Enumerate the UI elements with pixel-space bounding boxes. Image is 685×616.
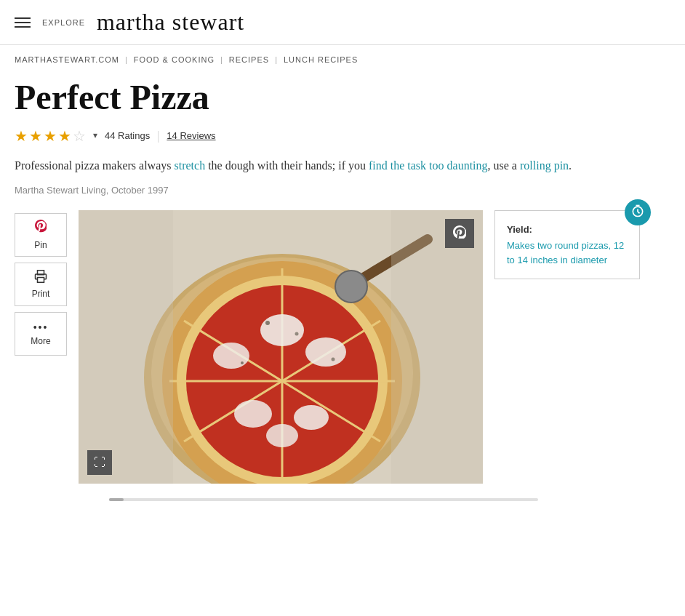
svg-point-19 — [295, 332, 299, 336]
more-dots-icon: ••• — [33, 321, 49, 333]
expand-icon: ⛶ — [94, 456, 105, 469]
scroll-track[interactable] — [109, 498, 538, 501]
site-title: martha stewart — [97, 9, 244, 36]
print-icon — [34, 270, 47, 286]
star-1: ★ — [15, 127, 28, 145]
article-source: Martha Stewart Living, October 1997 — [15, 185, 670, 196]
timer-badge — [625, 199, 651, 225]
article-main: Perfect Pizza ★ ★ ★ ★ ☆ ▾ 44 Ratings | 1… — [0, 71, 685, 516]
star-2: ★ — [29, 127, 42, 145]
breadcrumb: MARTHASTEWART.COM | FOOD & COOKING | REC… — [0, 45, 685, 71]
print-button[interactable]: Print — [15, 263, 67, 306]
desc-link-rolling[interactable]: rolling pin — [520, 159, 569, 172]
timer-icon — [630, 204, 645, 221]
image-pinterest-icon — [453, 225, 466, 242]
svg-point-16 — [294, 405, 329, 430]
rating-divider: | — [157, 129, 159, 143]
rating-row: ★ ★ ★ ★ ☆ ▾ 44 Ratings | 14 Reviews — [15, 127, 670, 145]
star-rating: ★ ★ ★ ★ ☆ — [15, 127, 86, 145]
image-pinterest-button[interactable] — [445, 219, 474, 248]
svg-point-18 — [265, 321, 270, 325]
more-label: More — [31, 336, 50, 346]
svg-point-20 — [241, 361, 244, 364]
reviews-link[interactable]: 14 Reviews — [167, 130, 215, 141]
breadcrumb-food[interactable]: FOOD & COOKING — [134, 55, 215, 64]
image-expand-button[interactable]: ⛶ — [87, 450, 112, 475]
svg-point-23 — [335, 271, 367, 303]
breadcrumb-sep-1: | — [125, 55, 128, 64]
star-3: ★ — [44, 127, 57, 145]
yield-value: Makes two round pizzas, 12 to 14 inches … — [507, 239, 628, 267]
more-button[interactable]: ••• More — [15, 312, 67, 356]
desc-link-find[interactable]: find the task too daunting — [369, 159, 488, 172]
rating-count: 44 Ratings — [105, 130, 150, 141]
site-header: EXPLORE martha stewart — [0, 0, 685, 45]
breadcrumb-sep-2: | — [220, 55, 223, 64]
svg-point-15 — [234, 400, 272, 428]
scroll-row — [15, 498, 670, 501]
recipe-image-wrapper: ⛶ — [79, 210, 483, 484]
svg-rect-1 — [38, 278, 44, 283]
svg-point-14 — [305, 337, 346, 367]
svg-point-21 — [332, 358, 335, 361]
pin-button[interactable]: Pin — [15, 213, 67, 257]
svg-point-12 — [260, 314, 304, 346]
svg-rect-25 — [391, 210, 483, 484]
print-label: Print — [32, 289, 50, 299]
breadcrumb-home[interactable]: MARTHASTEWART.COM — [15, 55, 119, 64]
yield-label: Yield: — [507, 224, 532, 235]
content-row: Pin Print ••• More — [15, 210, 670, 484]
hamburger-menu-icon[interactable] — [15, 17, 31, 28]
svg-rect-24 — [79, 210, 173, 484]
svg-point-17 — [266, 424, 298, 447]
rating-dropdown[interactable]: ▾ — [93, 130, 97, 141]
svg-point-13 — [213, 343, 249, 369]
side-buttons: Pin Print ••• More — [15, 210, 67, 356]
info-card: Yield: Makes two round pizzas, 12 to 14 … — [494, 210, 640, 279]
article-title: Perfect Pizza — [15, 79, 670, 117]
star-5: ☆ — [73, 127, 86, 145]
star-4: ★ — [58, 127, 71, 145]
scroll-thumb[interactable] — [109, 498, 124, 501]
breadcrumb-sep-3: | — [275, 55, 278, 64]
pin-label: Pin — [34, 240, 47, 250]
recipe-image — [79, 210, 483, 484]
explore-label: EXPLORE — [42, 18, 85, 27]
breadcrumb-recipes[interactable]: RECIPES — [229, 55, 269, 64]
pinterest-icon — [35, 220, 47, 237]
breadcrumb-lunch[interactable]: LUNCH RECIPES — [284, 55, 358, 64]
article-description: Professional pizza makers always stretch… — [15, 156, 640, 175]
desc-link-stretch[interactable]: stretch — [174, 159, 205, 172]
